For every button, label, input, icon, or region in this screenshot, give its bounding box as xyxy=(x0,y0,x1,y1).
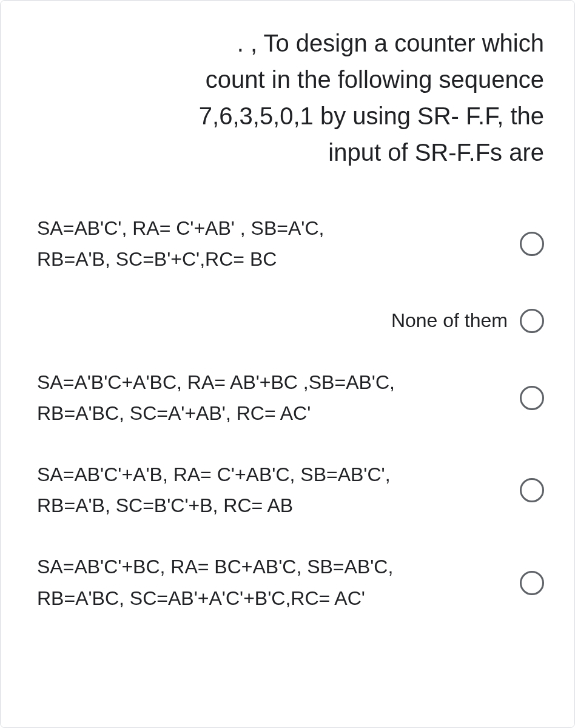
option-text: SA=AB'C', RA= C'+AB' , SB=A'C, RB=A'B, S… xyxy=(37,213,508,275)
option-line-2: RB=A'BC, SC=AB'+A'C'+B'C,RC= AC' xyxy=(37,587,365,609)
option-line-1: None of them xyxy=(391,309,508,331)
radio-button[interactable] xyxy=(520,232,544,256)
radio-button[interactable] xyxy=(520,478,544,502)
radio-button[interactable] xyxy=(520,571,544,595)
question-text: . , To design a counter which count in t… xyxy=(37,25,544,170)
option-line-1: SA=AB'C', RA= C'+AB' , SB=A'C, xyxy=(37,217,324,239)
option-line-2: RB=A'B, SC=B'+C',RC= BC xyxy=(37,248,277,270)
options-list: SA=AB'C', RA= C'+AB' , SB=A'C, RB=A'B, S… xyxy=(37,213,544,614)
question-line-4: input of SR-F.Fs are xyxy=(328,139,544,166)
radio-button[interactable] xyxy=(520,386,544,410)
radio-button[interactable] xyxy=(520,309,544,333)
question-line-2: count in the following sequence xyxy=(206,66,544,93)
option-text: SA=A'B'C+A'BC, RA= AB'+BC ,SB=AB'C, RB=A… xyxy=(37,367,508,429)
option-line-2: RB=A'B, SC=B'C'+B, RC= AB xyxy=(37,494,293,516)
question-card: . , To design a counter which count in t… xyxy=(0,0,575,728)
option-line-1: SA=AB'C'+A'B, RA= C'+AB'C, SB=AB'C', xyxy=(37,463,391,485)
option-row: SA=AB'C'+BC, RA= BC+AB'C, SB=AB'C, RB=A'… xyxy=(37,551,544,613)
option-line-1: SA=A'B'C+A'BC, RA= AB'+BC ,SB=AB'C, xyxy=(37,371,395,393)
option-row: SA=A'B'C+A'BC, RA= AB'+BC ,SB=AB'C, RB=A… xyxy=(37,367,544,429)
option-row: SA=AB'C', RA= C'+AB' , SB=A'C, RB=A'B, S… xyxy=(37,213,544,275)
option-row: None of them xyxy=(37,305,544,336)
option-line-2: RB=A'BC, SC=A'+AB', RC= AC' xyxy=(37,402,311,424)
option-row: SA=AB'C'+A'B, RA= C'+AB'C, SB=AB'C', RB=… xyxy=(37,459,544,521)
option-text: None of them xyxy=(37,305,508,336)
question-line-1: . , To design a counter which xyxy=(237,30,544,56)
option-line-1: SA=AB'C'+BC, RA= BC+AB'C, SB=AB'C, xyxy=(37,556,393,578)
option-text: SA=AB'C'+BC, RA= BC+AB'C, SB=AB'C, RB=A'… xyxy=(37,551,508,613)
question-line-3: 7,6,3,5,0,1 by using SR- F.F, the xyxy=(199,103,544,129)
option-text: SA=AB'C'+A'B, RA= C'+AB'C, SB=AB'C', RB=… xyxy=(37,459,508,521)
